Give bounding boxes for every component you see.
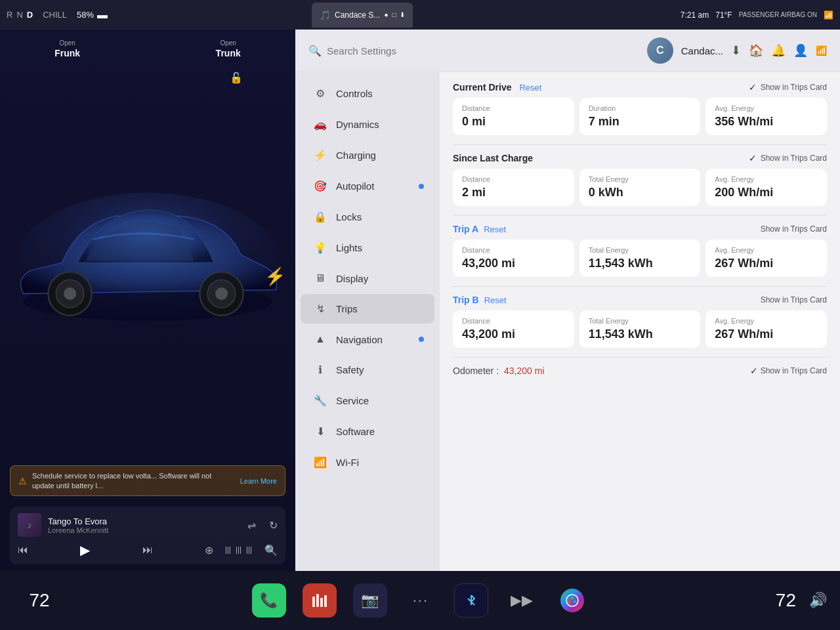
nav-item-navigation[interactable]: ▲ Navigation xyxy=(301,325,434,354)
gear-indicators: R N D xyxy=(7,10,33,20)
nav-label-autopilot: Autopilot xyxy=(336,180,374,192)
trip-b-distance-value: 43,200 mi xyxy=(462,327,565,341)
camera-button[interactable]: 📷 xyxy=(353,583,387,618)
frunk-button[interactable]: Open Frunk xyxy=(54,39,80,58)
trip-b-avg-energy-label: Avg. Energy xyxy=(715,317,818,325)
nav-label-navigation: Navigation xyxy=(336,334,383,345)
add-to-queue-icon[interactable]: ⊕ xyxy=(205,544,213,556)
shuffle-icon[interactable]: ⇌ xyxy=(247,519,256,532)
bluetooth-button[interactable] xyxy=(454,583,488,618)
trip-a-distance-card: Distance 43,200 mi xyxy=(453,240,574,277)
person-icon[interactable]: 👤 xyxy=(793,43,808,58)
svg-point-8 xyxy=(16,193,280,333)
settings-body: ⚙ Controls 🚗 Dynamics ⚡ Charging 🎯 Autop… xyxy=(295,72,840,571)
current-drive-distance-value: 0 mi xyxy=(462,115,565,129)
navigation-dot xyxy=(419,337,424,342)
battery-percent: 58% xyxy=(77,10,94,20)
current-drive-reset-button[interactable]: Reset xyxy=(519,83,541,93)
trunk-action: Trunk xyxy=(216,48,241,58)
car-controls-top: Open Frunk Open Trunk xyxy=(0,30,295,65)
frunk-action: Frunk xyxy=(54,48,80,58)
prev-track-button[interactable]: ⏮ xyxy=(18,544,28,556)
nav-item-lights[interactable]: 💡 Lights xyxy=(301,233,434,262)
nav-item-software[interactable]: ⬇ Software xyxy=(301,417,434,446)
nav-item-display[interactable]: 🖥 Display xyxy=(301,264,434,293)
gear-r: R xyxy=(7,10,12,20)
nav-item-service[interactable]: 🔧 Service xyxy=(301,386,434,415)
nav-item-trips[interactable]: ↯ Trips xyxy=(301,294,434,324)
trunk-button[interactable]: Open Trunk xyxy=(216,39,241,58)
car-panel: Open Frunk Open Trunk 🔓 xyxy=(0,30,295,571)
nav-label-controls: Controls xyxy=(336,88,373,99)
current-drive-energy-value: 356 Wh/mi xyxy=(715,115,818,129)
nav-label-charging: Charging xyxy=(336,150,376,161)
passenger-airbag-icon: PASSENGER AIRBAG ON xyxy=(739,11,817,18)
odometer-trips-label: Show in Trips Card xyxy=(761,366,827,375)
media-button[interactable]: ▶▶ xyxy=(505,583,539,618)
odometer-label: Odometer : xyxy=(453,366,499,376)
current-drive-duration-card: Duration 7 min xyxy=(579,98,701,135)
since-last-charge-checkmark: ✓ xyxy=(749,153,757,163)
nav-label-service: Service xyxy=(336,395,369,406)
svg-rect-12 xyxy=(324,595,327,607)
battery-section: 58% ▬ xyxy=(77,9,108,21)
profile-header: C Candac... ⬇ 🏠 🔔 👤 📶 xyxy=(647,37,827,64)
nav-item-safety[interactable]: ℹ Safety xyxy=(301,355,434,385)
nav-label-trips: Trips xyxy=(336,303,358,314)
play-button[interactable]: ▶ xyxy=(80,542,90,558)
status-icons: 7:21 am 71°F PASSENGER AIRBAG ON 📶 xyxy=(681,10,833,20)
profile-avatar: C xyxy=(647,37,673,64)
phone-button[interactable]: 📞 xyxy=(252,583,286,618)
home-icon[interactable]: 🏠 xyxy=(749,43,763,58)
trip-a-show-trips: Show in Trips Card xyxy=(761,224,827,234)
top-bar: R N D CHILL 58% ▬ 🎵 Candace S... ● □ ⬇ 7… xyxy=(0,0,840,30)
search-input[interactable] xyxy=(327,45,642,56)
current-drive-stats: Distance 0 mi Duration 7 min Avg. Energy… xyxy=(453,98,827,135)
time-display: 7:21 am xyxy=(681,10,709,20)
nav-item-controls[interactable]: ⚙ Controls xyxy=(301,79,434,108)
slc-distance-label: Distance xyxy=(462,175,565,183)
nav-item-charging[interactable]: ⚡ Charging xyxy=(301,140,434,170)
music-details: Tango To Evora Loreena McKennitt xyxy=(48,516,241,534)
trip-b-reset-button[interactable]: Reset xyxy=(484,295,507,305)
nav-item-autopilot[interactable]: 🎯 Autopilot xyxy=(301,171,434,201)
trip-a-reset-button[interactable]: Reset xyxy=(484,224,506,234)
car-image-area: 🔓 xyxy=(0,65,295,460)
trip-a-section: Trip A Reset Show in Trips Card Distance… xyxy=(453,224,827,277)
settings-nav: ⚙ Controls 🚗 Dynamics ⚡ Charging 🎯 Autop… xyxy=(295,72,440,571)
alert-text: Schedule service to replace low volta...… xyxy=(32,471,235,490)
assistant-button[interactable] xyxy=(555,583,589,618)
nav-item-locks[interactable]: 🔒 Locks xyxy=(301,202,434,232)
nav-item-wifi[interactable]: 📶 Wi-Fi xyxy=(301,448,434,477)
locks-icon: 🔒 xyxy=(314,211,327,223)
nav-item-dynamics[interactable]: 🚗 Dynamics xyxy=(301,110,434,139)
nav-label-lights: Lights xyxy=(336,242,362,253)
trip-a-stats: Distance 43,200 mi Total Energy 11,543 k… xyxy=(453,240,827,277)
music-viz-button[interactable] xyxy=(303,583,337,618)
next-track-button[interactable]: ⏭ xyxy=(142,544,153,556)
trip-a-total-energy-value: 11,543 kWh xyxy=(589,257,692,270)
signal-bars-icon: 📶 xyxy=(816,45,827,56)
download-icon[interactable]: ⬇ xyxy=(731,43,741,58)
candace-tab[interactable]: 🎵 Candace S... ● □ ⬇ xyxy=(312,3,413,28)
more-apps-button[interactable]: ··· xyxy=(404,583,438,618)
search-icon: 🔍 xyxy=(308,45,322,57)
safety-icon: ℹ xyxy=(314,364,327,376)
trip-b-distance-label: Distance xyxy=(462,317,565,325)
search-music-icon[interactable]: 🔍 xyxy=(264,544,278,556)
since-last-charge-title: Since Last Charge xyxy=(453,153,533,163)
search-bar: 🔍 C Candac... ⬇ 🏠 🔔 👤 📶 xyxy=(295,30,840,72)
battery-icon: ▬ xyxy=(97,9,108,21)
alert-icon: ⚠ xyxy=(18,476,27,486)
learn-more-link[interactable]: Learn More xyxy=(240,477,277,485)
odometer-value: 43,200 mi xyxy=(504,366,544,376)
trip-a-avg-energy-card: Avg. Energy 267 Wh/mi xyxy=(705,240,827,277)
gear-n: N xyxy=(16,10,22,20)
divider-1 xyxy=(453,144,827,145)
current-drive-show-label: Show in Trips Card xyxy=(761,83,827,92)
repeat-icon[interactable]: ↻ xyxy=(269,519,278,532)
current-drive-section: Current Drive Reset ✓ Show in Trips Card… xyxy=(453,82,827,135)
equalizer-icon[interactable]: ⫼⫼⫼ xyxy=(223,544,255,556)
volume-icon[interactable]: 🔊 xyxy=(809,592,827,609)
bell-icon[interactable]: 🔔 xyxy=(771,43,786,58)
